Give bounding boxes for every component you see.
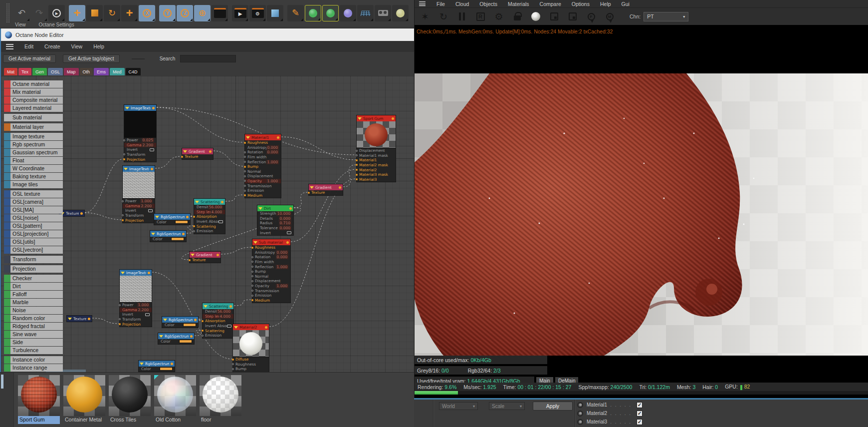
- material-name[interactable]: Cross Tiles: [109, 416, 151, 424]
- node-output-port[interactable]: [80, 212, 83, 215]
- param-input-port[interactable]: [244, 180, 246, 182]
- node-param-row[interactable]: Opacity1.000: [245, 179, 281, 184]
- param-input-port[interactable]: [123, 153, 125, 155]
- param-input-port[interactable]: [251, 295, 253, 297]
- param-value[interactable]: 1.000: [266, 160, 279, 164]
- param-value[interactable]: 2.200: [137, 308, 150, 312]
- render-picture-viewer-icon[interactable]: ▶: [232, 5, 248, 21]
- param-value[interactable]: 0.000: [279, 216, 291, 221]
- node-header[interactable]: ImageTexture: [120, 270, 152, 276]
- param-input-port[interactable]: [193, 225, 195, 227]
- sidebar-item-material-layer[interactable]: Material layer: [4, 123, 63, 131]
- graph-node-mat1[interactable]: Material1RoughnessAnisotropy0.000Rotatio…: [244, 134, 281, 198]
- material-name[interactable]: floor: [200, 416, 241, 424]
- sidebar-item-projection[interactable]: Projection: [4, 265, 63, 273]
- node-header[interactable]: Material2: [233, 324, 269, 330]
- scale-tool-icon[interactable]: [86, 5, 103, 21]
- node-param-row[interactable]: Invert: [120, 312, 152, 317]
- sidebar-item-baking-texture[interactable]: Baking texture: [4, 173, 63, 180]
- node-param-row[interactable]: Displacement: [245, 174, 281, 179]
- sidebar-item-checker[interactable]: Checker: [4, 275, 63, 282]
- viewer-menu-objects[interactable]: Objects: [479, 1, 497, 7]
- param-input-port[interactable]: [244, 185, 246, 187]
- node-param-row[interactable]: Displacement: [252, 279, 290, 284]
- sidebar-item-noise[interactable]: Noise: [4, 307, 63, 314]
- toolbar-drag-handle[interactable]: [6, 3, 10, 23]
- node-param-row[interactable]: Rotation0.000: [252, 255, 290, 260]
- last-tool-icon[interactable]: +: [121, 5, 138, 21]
- menu-create[interactable]: Create: [44, 43, 60, 49]
- generator-icon[interactable]: [322, 5, 339, 21]
- node-header[interactable]: Gradient: [182, 148, 213, 154]
- node-output-port[interactable]: [217, 254, 219, 256]
- node-header[interactable]: ImageTexture: [123, 166, 155, 172]
- node-param-row[interactable]: Film width: [252, 260, 290, 265]
- node-param-row[interactable]: Scattering: [194, 224, 225, 229]
- viewer-menu-file[interactable]: File: [436, 1, 445, 7]
- node-param-row[interactable]: Absorption: [203, 319, 233, 324]
- material-ball-icon[interactable]: [530, 11, 541, 22]
- live-selection-icon[interactable]: ▸: [48, 5, 65, 21]
- node-param-row[interactable]: Absorption: [194, 214, 225, 219]
- reset-icon[interactable]: R: [475, 11, 486, 22]
- node-output-port[interactable]: [182, 233, 185, 235]
- get-active-tag-button[interactable]: Get Active tag/object: [63, 54, 120, 63]
- node-output-port[interactable]: [289, 207, 292, 210]
- subdivision-surface-icon[interactable]: [305, 5, 321, 21]
- node-editor-titlebar[interactable]: Octane Node Editor: [1, 28, 415, 41]
- node-param-row[interactable]: Projection: [123, 218, 155, 223]
- node-param-row[interactable]: Transform: [123, 213, 155, 218]
- param-input-port[interactable]: [202, 335, 204, 337]
- node-param-row[interactable]: Color: [150, 237, 186, 242]
- collapse-triangle-icon[interactable]: [183, 150, 187, 153]
- material-name[interactable]: Sport Gum: [18, 416, 60, 424]
- node-param-row[interactable]: Transmission: [245, 183, 281, 188]
- param-input-port[interactable]: [356, 178, 358, 180]
- param-value[interactable]: 0.025: [142, 138, 154, 142]
- sidebar-item-osl-ma-[interactable]: OSL[MA]: [4, 206, 63, 214]
- param-input-port[interactable]: [181, 156, 183, 158]
- node-param-row[interactable]: Material3 mask: [357, 172, 396, 177]
- space-dropdown[interactable]: World▾: [439, 402, 478, 410]
- node-param-row[interactable]: Opacity1.000: [252, 284, 290, 289]
- sidebar-item-falloff[interactable]: Falloff: [4, 291, 63, 298]
- collapse-triangle-icon[interactable]: [159, 335, 163, 338]
- collapse-triangle-icon[interactable]: [253, 241, 257, 244]
- graph-node-submat[interactable]: Sub materialRoughnessAnisotropy0.000Rota…: [252, 239, 291, 303]
- node-param-row[interactable]: Color: [162, 323, 198, 328]
- node-param-row[interactable]: Anisotropy0.000: [252, 250, 290, 255]
- render-region-icon[interactable]: [549, 11, 560, 22]
- graph-node-rgb4[interactable]: RgbSpectrumColor: [158, 333, 195, 345]
- collapse-triangle-icon[interactable]: [151, 233, 155, 235]
- param-input-port[interactable]: [251, 299, 253, 301]
- node-header[interactable]: Material1: [245, 134, 281, 140]
- material-tile-old-cotton[interactable]: Old Cotton: [154, 375, 196, 425]
- sidebar-item-layered-material[interactable]: Layered material: [4, 104, 63, 112]
- param-value[interactable]: 10.000: [276, 211, 291, 216]
- node-param-row[interactable]: Emission: [252, 293, 290, 298]
- node-header[interactable]: Sub material: [252, 239, 290, 245]
- node-graph-canvas[interactable]: ImageTexturePower0.025Gamma2.200InvertTr…: [1, 76, 415, 372]
- hamburger-menu-icon[interactable]: [6, 44, 13, 49]
- param-input-port[interactable]: [251, 275, 253, 277]
- param-input-port[interactable]: [251, 247, 253, 249]
- param-value[interactable]: 1.000: [276, 265, 288, 269]
- apply-button[interactable]: Apply: [533, 402, 573, 411]
- node-param-row[interactable]: Scattering: [203, 328, 233, 333]
- radio-button[interactable]: [577, 402, 583, 408]
- move-tool-icon[interactable]: +: [69, 5, 85, 21]
- node-param-row[interactable]: Texture: [190, 258, 220, 263]
- sidebar-item-osl-texture[interactable]: OSL texture: [4, 190, 63, 198]
- z-axis-lock-icon[interactable]: Z: [177, 5, 193, 21]
- param-input-port[interactable]: [193, 230, 195, 232]
- node-param-row[interactable]: Normal: [245, 169, 281, 174]
- node-header[interactable]: RgbSpectrum: [158, 333, 194, 339]
- graph-node-imgtex3[interactable]: ImageTexturePower1.000Gamma2.200InvertTr…: [119, 269, 152, 327]
- y-axis-lock-icon[interactable]: Y: [159, 5, 176, 21]
- param-input-port[interactable]: [202, 330, 204, 332]
- node-output-port[interactable]: [152, 107, 155, 109]
- sidebar-item-float[interactable]: Float: [4, 157, 63, 164]
- add-cube-object-icon[interactable]: [267, 5, 283, 21]
- node-param-row[interactable]: Bump: [233, 367, 269, 372]
- node-param-row[interactable]: Texture: [182, 154, 213, 159]
